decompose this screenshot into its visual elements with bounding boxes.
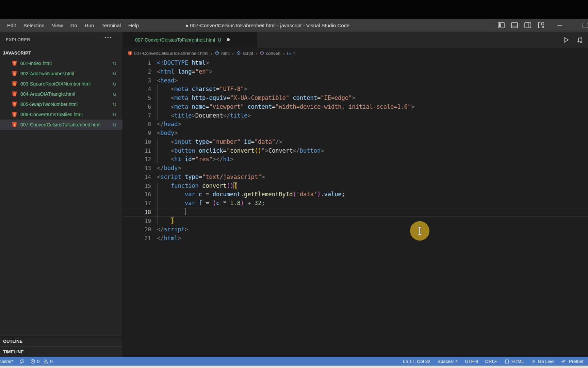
braces-icon: {}: [504, 359, 510, 364]
text-ibeam-cursor-icon: I: [418, 225, 422, 237]
breadcrumb-item-html[interactable]: html: [215, 51, 230, 56]
file-row-003-SquareRootOfANumber.html[interactable]: 5003-SquareRootOfANumber.htmlU: [0, 79, 122, 89]
line-content: var c = document.getElementById('data').…: [157, 190, 588, 199]
code-line-13: 13</body>: [123, 164, 588, 173]
cursor-position-item[interactable]: Ln 17, Col 32: [403, 359, 430, 364]
encoding-item[interactable]: UTF-8: [465, 359, 478, 364]
line-content: }: [157, 217, 588, 226]
timeline-section-header[interactable]: TIMELINE: [0, 346, 122, 357]
line-content: </script>: [157, 225, 588, 234]
html5-icon: 5: [12, 111, 17, 118]
line-content: function convert(){: [157, 182, 588, 190]
status-bar: master* 0 0 Ln 17, Col 32 Spaces: 4 UTF-…: [0, 357, 588, 366]
open-changes-icon[interactable]: [576, 36, 583, 43]
problems-item[interactable]: 0 0: [30, 359, 53, 364]
line-number: 19: [123, 217, 151, 226]
menu-edit[interactable]: Edit: [3, 22, 20, 28]
prettier-item[interactable]: ✓✓ Prettier: [561, 358, 584, 364]
git-branch-item[interactable]: master*: [0, 359, 14, 364]
menu-view[interactable]: View: [48, 22, 67, 28]
file-row-001-index.html[interactable]: 5001-index.htmlU: [0, 58, 122, 68]
tab-label: 007-ConvertCelsiusToFahrenheit.html: [135, 37, 215, 43]
line-content: <script type="text/javascript">: [157, 173, 588, 182]
toggle-secondary-sidebar-icon[interactable]: [524, 21, 532, 29]
git-status-badge: U: [113, 102, 116, 107]
toggle-sidebar-icon[interactable]: [497, 21, 505, 29]
file-name: 006-ConvertKmsToMiles.html: [20, 112, 83, 117]
toggle-panel-icon[interactable]: [511, 21, 518, 29]
line-number: 14: [123, 173, 151, 182]
file-name: 002-AddTwoNumber.html: [20, 71, 74, 76]
file-row-004-AreaOfATriangle.html[interactable]: 5004-AreaOfATriangle.htmlU: [0, 89, 122, 99]
file-row-006-ConvertKmsToMiles.html[interactable]: 5006-ConvertKmsToMiles.htmlU: [0, 109, 122, 120]
editor-group: 007-ConvertCelsiusToFahrenheit.html U 50…: [123, 32, 588, 357]
breadcrumb-label: convert: [266, 51, 281, 56]
code-editor[interactable]: 1<!DOCTYPE html>2<html lang="en">3<head>…: [123, 59, 588, 357]
indent-guide: [157, 182, 158, 190]
indent-guide: [157, 138, 158, 147]
html5-icon: 5: [12, 60, 17, 66]
indentation-item[interactable]: Spaces: 4: [438, 359, 458, 364]
line-content: [157, 208, 588, 217]
window-title: ● 007-ConvertCelsiusToFahrenheit.html - …: [185, 22, 349, 28]
sync-icon[interactable]: [19, 359, 24, 364]
folder-section-javascript[interactable]: JAVASCRIPT: [0, 48, 122, 58]
minimize-icon[interactable]: [557, 25, 562, 26]
indent-guide: [157, 217, 158, 226]
menu-help[interactable]: Help: [125, 22, 143, 28]
indent-guide: [171, 190, 171, 199]
svg-text:5: 5: [129, 52, 131, 55]
code-line-3: 3<head>: [123, 76, 588, 85]
code-line-10: 10 <input type="number" id="data"/>: [123, 138, 588, 147]
breadcrumb-item-f[interactable]: f: [287, 51, 295, 56]
more-actions-icon[interactable]: ···: [104, 34, 112, 42]
eol-item[interactable]: CRLF: [485, 359, 497, 364]
line-content: var f = (c * 1.8) + 32;: [157, 199, 588, 208]
svg-text:5: 5: [14, 123, 15, 126]
breadcrumb-item-script[interactable]: script: [236, 51, 253, 56]
modified-dot-icon[interactable]: [227, 38, 230, 41]
git-status-badge: U: [113, 122, 116, 127]
breadcrumb-item-convert[interactable]: convert: [260, 51, 281, 56]
line-number: 8: [123, 120, 151, 129]
line-number: 3: [123, 76, 151, 85]
mouse-cursor-highlight: I: [410, 221, 429, 241]
language-mode-item[interactable]: {} HTML: [504, 359, 524, 364]
menu-go[interactable]: Go: [67, 22, 81, 28]
tab-007-convertcelsiustofahrenheit[interactable]: 007-ConvertCelsiusToFahrenheit.html U: [123, 32, 257, 48]
warning-count: 0: [50, 359, 53, 364]
file-row-005-SwapTwoNumber.html[interactable]: 5005-SwapTwoNumber.htmlU: [0, 99, 122, 109]
symbol-cube-purple: [260, 51, 264, 56]
breadcrumb-separator-icon: ›: [211, 50, 212, 56]
menu-selection[interactable]: Selection: [20, 22, 48, 28]
menu-run[interactable]: Run: [81, 22, 98, 28]
explorer-header: EXPLORER ···: [0, 32, 122, 48]
code-line-16: 16 var c = document.getElementById('data…: [123, 190, 588, 199]
indent-guide: [157, 155, 158, 164]
line-content: <body>: [157, 129, 588, 138]
symbol-cube-blue: [215, 51, 219, 56]
menu-terminal[interactable]: Terminal: [98, 22, 125, 28]
restore-icon[interactable]: [583, 23, 588, 28]
go-live-item[interactable]: Go Live: [531, 359, 554, 364]
line-content: <title>Document</title>: [157, 111, 588, 120]
html5-icon: 5: [128, 51, 132, 56]
line-number: 11: [123, 147, 151, 155]
file-row-007-ConvertCelsiusToFahrenheit.html[interactable]: 5007-ConvertCelsiusToFahrenheit.htmlU: [0, 120, 122, 130]
indent-guide: [157, 103, 158, 111]
code-line-20: 20</script>: [123, 225, 588, 234]
file-row-002-AddTwoNumber.html[interactable]: 5002-AddTwoNumber.htmlU: [0, 68, 122, 79]
run-icon[interactable]: [562, 36, 570, 44]
customize-layout-icon[interactable]: [537, 21, 545, 29]
breadcrumb-separator-icon: ›: [283, 50, 284, 56]
svg-text:5: 5: [14, 92, 15, 96]
breadcrumb-label: f: [293, 51, 295, 56]
outline-section-header[interactable]: OUTLINE: [0, 336, 122, 346]
git-status-badge: U: [113, 61, 116, 66]
line-content: <html lang="en">: [157, 67, 588, 76]
code-line-17: 17 var f = (c * 1.8) + 32;: [123, 199, 588, 208]
tab-git-badge: U: [218, 37, 221, 43]
line-content: <meta http-equiv="X-UA-Compatible" conte…: [157, 94, 588, 103]
html5-icon: [127, 37, 132, 43]
breadcrumb-item-007-convertcelsiustofahrenheit-html[interactable]: 5007-ConvertCelsiusToFahrenheit.html: [128, 51, 208, 56]
